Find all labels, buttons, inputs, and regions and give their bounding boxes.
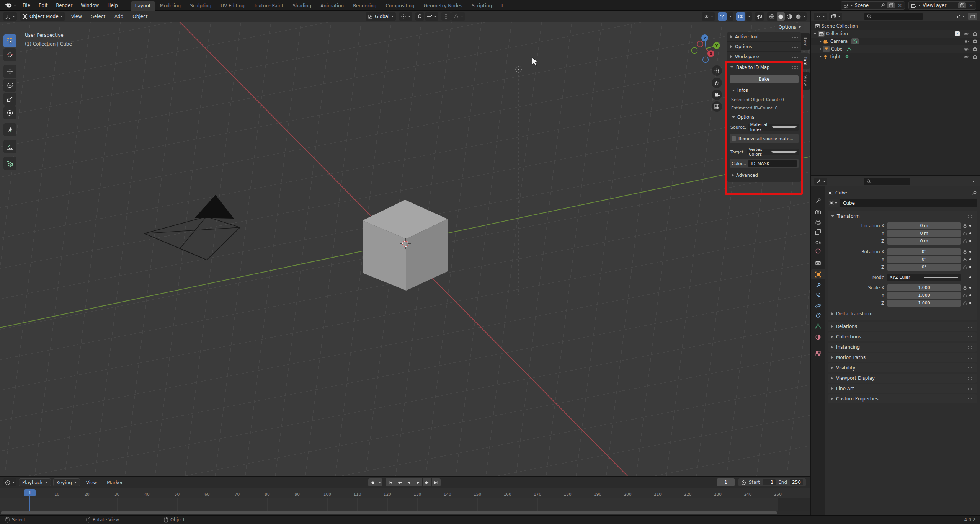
value-field[interactable]: 0 m xyxy=(887,222,961,229)
workspace-tab-scripting[interactable]: Scripting xyxy=(467,1,497,11)
disable-in-renders-icon[interactable] xyxy=(972,54,978,59)
properties-tab-constraints[interactable] xyxy=(811,311,825,321)
menu-render[interactable]: Render xyxy=(52,3,77,8)
animate-dot[interactable] xyxy=(969,302,971,304)
properties-panel-line-art[interactable]: Line Art xyxy=(828,384,977,393)
lock-icon[interactable] xyxy=(963,265,967,269)
value-field[interactable]: 0 m xyxy=(887,230,961,237)
properties-tab-collection[interactable] xyxy=(811,258,825,268)
value-field[interactable]: 0° xyxy=(887,248,961,255)
outliner-search[interactable] xyxy=(864,13,923,20)
transform-orientation-dropdown[interactable]: Global xyxy=(366,12,396,21)
timeline-ruler[interactable]: 1020304050607080901001101201301401501601… xyxy=(0,488,810,498)
animate-dot[interactable] xyxy=(969,258,971,260)
proportional-falloff-dropdown[interactable] xyxy=(451,12,465,21)
outliner-row-cube[interactable]: Cube xyxy=(811,45,980,53)
pin-icon[interactable] xyxy=(972,191,977,196)
sidebar-tab-item[interactable]: Item xyxy=(801,33,810,50)
tool-move-button[interactable] xyxy=(3,65,16,78)
bake-button[interactable]: Bake xyxy=(730,75,799,83)
properties-panel-motion-paths[interactable]: Motion Paths xyxy=(828,353,977,362)
keying-menu[interactable]: Keying xyxy=(53,478,80,486)
tool-transform-button[interactable] xyxy=(3,106,16,119)
panel-drag-handle[interactable] xyxy=(968,387,973,390)
current-frame-line[interactable] xyxy=(29,496,30,511)
toggle-perspective-button[interactable] xyxy=(712,101,722,112)
properties-search[interactable] xyxy=(864,178,910,185)
panel-drag-handle[interactable] xyxy=(968,367,973,369)
value-field[interactable]: 0° xyxy=(887,264,961,271)
tool-cursor-button[interactable] xyxy=(3,48,16,61)
sidebar-section-active-tool[interactable]: Active Tool xyxy=(727,32,801,42)
collection-checkbox[interactable]: ✓ xyxy=(955,31,960,36)
copy-scene-button[interactable] xyxy=(887,2,895,8)
end-frame-field[interactable]: 250 xyxy=(790,479,803,485)
properties-panel-collections[interactable]: Collections xyxy=(828,332,977,341)
advanced-section-header[interactable]: Advanced xyxy=(727,168,801,179)
panel-drag-handle[interactable] xyxy=(968,215,973,218)
workspace-tab-sculpting[interactable]: Sculpting xyxy=(185,1,216,11)
workspace-tab-compositing[interactable]: Compositing xyxy=(381,1,419,11)
timeline-track[interactable] xyxy=(0,498,810,511)
animate-dot[interactable] xyxy=(969,232,971,234)
tool-settings-options-dropdown[interactable]: Options xyxy=(775,23,804,31)
properties-tab-output[interactable] xyxy=(811,217,825,227)
properties-tab-modifiers[interactable] xyxy=(811,280,825,291)
tool-measure-button[interactable] xyxy=(3,140,16,153)
properties-panel-instancing[interactable]: Instancing xyxy=(828,343,977,352)
lock-icon[interactable] xyxy=(963,257,967,262)
play-button[interactable] xyxy=(413,478,422,486)
timeline-editor[interactable]: Playback Keying View Marker xyxy=(0,477,810,515)
outliner-row-camera[interactable]: Camera xyxy=(811,38,980,45)
menu-help[interactable]: Help xyxy=(103,3,122,8)
new-collection-button[interactable] xyxy=(968,13,977,20)
copy-view-layer-button[interactable] xyxy=(958,2,966,8)
shading-dropdown[interactable] xyxy=(803,16,805,17)
scene-name[interactable]: Scene xyxy=(855,3,879,8)
shading-material-button[interactable] xyxy=(786,12,794,21)
workspace-tab-animation[interactable]: Animation xyxy=(316,1,348,11)
tool-add-cube-button[interactable] xyxy=(3,157,16,170)
xray-toggle[interactable] xyxy=(755,12,764,21)
view-layer-name[interactable]: ViewLayer xyxy=(923,3,956,8)
value-field[interactable]: 1.000 xyxy=(887,284,961,291)
outliner-row-collection[interactable]: Collection ✓ xyxy=(811,30,980,38)
sidebar-section-workspace[interactable]: Workspace xyxy=(727,52,801,62)
lock-icon[interactable] xyxy=(963,301,967,305)
viewport-canvas[interactable]: Options User Perspective (1) Collection … xyxy=(0,22,810,476)
menu-view[interactable]: View xyxy=(68,14,85,19)
menu-edit[interactable]: Edit xyxy=(34,3,52,8)
properties-panel-relations[interactable]: Relations xyxy=(828,322,977,331)
scene-selector[interactable]: Scene × xyxy=(841,1,905,10)
properties-editor-type-dropdown[interactable] xyxy=(814,178,827,185)
properties-tab-scene[interactable] xyxy=(811,236,825,246)
disable-in-renders-icon[interactable] xyxy=(972,47,978,51)
timeline-view-menu[interactable]: View xyxy=(82,480,101,485)
source-dropdown[interactable]: Material Index xyxy=(748,124,799,131)
workspace-tab-modeling[interactable]: Modeling xyxy=(155,1,186,11)
tool-rotate-button[interactable] xyxy=(3,79,16,92)
outliner-row-light[interactable]: Light xyxy=(811,53,980,60)
workspace-tab-geometry-nodes[interactable]: Geometry Nodes xyxy=(419,1,467,11)
add-workspace-button[interactable]: + xyxy=(497,0,508,10)
menu-object[interactable]: Object xyxy=(129,14,150,19)
menu-window[interactable]: Window xyxy=(77,3,103,8)
panel-drag-handle[interactable] xyxy=(968,336,973,338)
properties-tab-data[interactable] xyxy=(811,321,825,331)
workspace-tab-uv-editing[interactable]: UV Editing xyxy=(216,1,249,11)
jump-to-next-keyframe-button[interactable] xyxy=(423,478,431,486)
snap-with-dropdown[interactable] xyxy=(425,12,438,21)
delta-transform-header[interactable]: Delta Transform xyxy=(828,307,977,317)
rotation-mode-dropdown[interactable]: XYZ Euler xyxy=(887,274,961,281)
lock-icon[interactable] xyxy=(963,250,967,254)
properties-tab-tool[interactable] xyxy=(811,196,825,206)
hide-in-viewport-icon[interactable] xyxy=(963,32,969,36)
blender-logo-icon[interactable] xyxy=(4,2,16,8)
color-attribute-field[interactable]: ID_MASK xyxy=(748,160,797,167)
properties-panel-custom-properties[interactable]: Custom Properties xyxy=(828,394,977,403)
animate-dot[interactable] xyxy=(969,294,971,296)
pin-icon[interactable] xyxy=(880,3,885,8)
panel-drag-handle[interactable] xyxy=(968,398,973,400)
properties-tab-object[interactable] xyxy=(811,269,825,279)
workspace-tab-shading[interactable]: Shading xyxy=(288,1,316,11)
